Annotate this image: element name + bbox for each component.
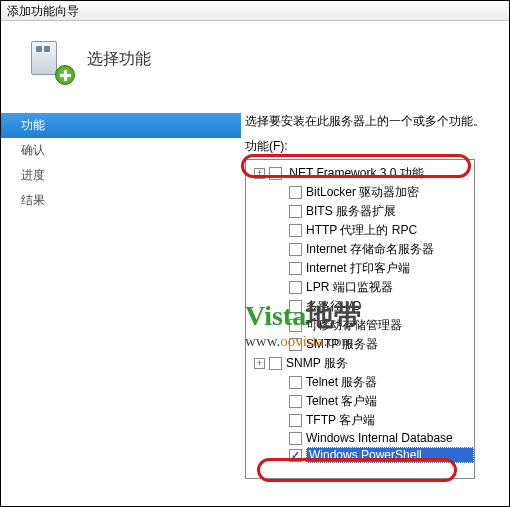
window-titlebar: 添加功能向导 — [1, 1, 509, 21]
feature-checkbox[interactable] — [269, 167, 282, 180]
feature-checkbox[interactable] — [289, 414, 302, 427]
tree-expander-icon — [274, 377, 285, 388]
feature-label: SMTP 服务器 — [306, 336, 474, 353]
tree-expander-icon — [274, 415, 285, 426]
tree-expander-icon — [274, 206, 285, 217]
feature-label: Telnet 客户端 — [306, 393, 474, 410]
feature-checkbox[interactable] — [289, 186, 302, 199]
feature-label: Windows Internal Database — [306, 431, 474, 445]
features-label: 功能(F): — [245, 138, 509, 155]
feature-row[interactable]: Internet 存储命名服务器 — [246, 240, 474, 259]
tree-expander-icon — [274, 282, 285, 293]
feature-label: 可移动存储管理器 — [306, 317, 474, 334]
page-title: 选择功能 — [87, 49, 151, 70]
feature-row[interactable]: SMTP 服务器 — [246, 335, 474, 354]
tree-expander-icon — [274, 187, 285, 198]
feature-row[interactable]: BitLocker 驱动器加密 — [246, 183, 474, 202]
feature-label: SNMP 服务 — [286, 355, 474, 372]
tree-expander-icon — [274, 339, 285, 350]
feature-checkbox[interactable] — [289, 338, 302, 351]
feature-label: Windows PowerShell — [306, 447, 474, 463]
tree-expander-icon — [274, 263, 285, 274]
feature-checkbox[interactable] — [269, 357, 282, 370]
wizard-window: 添加功能向导 选择功能 功能确认进度结果 选择要安装在此服务器上的一个或多个功能… — [0, 0, 510, 507]
feature-row[interactable]: Telnet 客户端 — [246, 392, 474, 411]
feature-row[interactable]: Windows PowerShell — [246, 446, 474, 464]
tree-expander-icon — [274, 244, 285, 255]
tree-expander-icon[interactable]: + — [254, 358, 265, 369]
feature-row[interactable]: HTTP 代理上的 RPC — [246, 221, 474, 240]
tree-expander-icon — [274, 225, 285, 236]
feature-label: .NET Framework 3.0 功能 — [286, 165, 474, 182]
wizard-sidebar: 功能确认进度结果 — [1, 107, 241, 502]
feature-row[interactable]: LPR 端口监视器 — [246, 278, 474, 297]
feature-checkbox[interactable] — [289, 300, 302, 313]
feature-checkbox[interactable] — [289, 395, 302, 408]
feature-label: BitLocker 驱动器加密 — [306, 184, 474, 201]
feature-row[interactable]: Windows Internal Database — [246, 430, 474, 446]
wizard-header: 选择功能 — [1, 21, 509, 107]
feature-label: LPR 端口监视器 — [306, 279, 474, 296]
feature-row[interactable]: +.NET Framework 3.0 功能 — [246, 164, 474, 183]
sidebar-item-3[interactable]: 结果 — [1, 188, 241, 213]
feature-row[interactable]: +SNMP 服务 — [246, 354, 474, 373]
tree-expander-icon — [274, 433, 285, 444]
wizard-main: 选择要安装在此服务器上的一个或多个功能。 功能(F): +.NET Framew… — [241, 107, 509, 502]
feature-checkbox[interactable] — [289, 243, 302, 256]
window-title: 添加功能向导 — [7, 4, 79, 18]
feature-row[interactable]: 可移动存储管理器 — [246, 316, 474, 335]
feature-label: Telnet 服务器 — [306, 374, 474, 391]
feature-label: Internet 存储命名服务器 — [306, 241, 474, 258]
feature-checkbox[interactable] — [289, 432, 302, 445]
tree-expander-icon — [274, 396, 285, 407]
feature-row[interactable]: Telnet 服务器 — [246, 373, 474, 392]
feature-checkbox[interactable] — [289, 376, 302, 389]
feature-row[interactable]: BITS 服务器扩展 — [246, 202, 474, 221]
sidebar-item-0[interactable]: 功能 — [1, 113, 241, 138]
feature-checkbox[interactable] — [289, 262, 302, 275]
tree-expander-icon — [274, 320, 285, 331]
sidebar-item-1[interactable]: 确认 — [1, 138, 241, 163]
feature-row[interactable]: 多路径 I/O — [246, 297, 474, 316]
tree-expander-icon[interactable]: + — [254, 168, 265, 179]
features-tree[interactable]: +.NET Framework 3.0 功能BitLocker 驱动器加密BIT… — [245, 159, 475, 479]
feature-label: 多路径 I/O — [306, 298, 474, 315]
feature-checkbox[interactable] — [289, 205, 302, 218]
feature-checkbox[interactable] — [289, 319, 302, 332]
feature-checkbox[interactable] — [289, 224, 302, 237]
feature-label: TFTP 客户端 — [306, 412, 474, 429]
feature-checkbox[interactable] — [289, 449, 302, 462]
feature-row[interactable]: TFTP 客户端 — [246, 411, 474, 430]
feature-label: HTTP 代理上的 RPC — [306, 222, 474, 239]
intro-text: 选择要安装在此服务器上的一个或多个功能。 — [245, 113, 509, 130]
tree-expander-icon — [274, 450, 285, 461]
feature-checkbox[interactable] — [289, 281, 302, 294]
sidebar-item-2[interactable]: 进度 — [1, 163, 241, 188]
wizard-body: 功能确认进度结果 选择要安装在此服务器上的一个或多个功能。 功能(F): +.N… — [1, 107, 509, 502]
feature-label: Internet 打印客户端 — [306, 260, 474, 277]
feature-row[interactable]: Internet 打印客户端 — [246, 259, 474, 278]
server-add-icon — [25, 35, 73, 83]
feature-label: BITS 服务器扩展 — [306, 203, 474, 220]
tree-expander-icon — [274, 301, 285, 312]
